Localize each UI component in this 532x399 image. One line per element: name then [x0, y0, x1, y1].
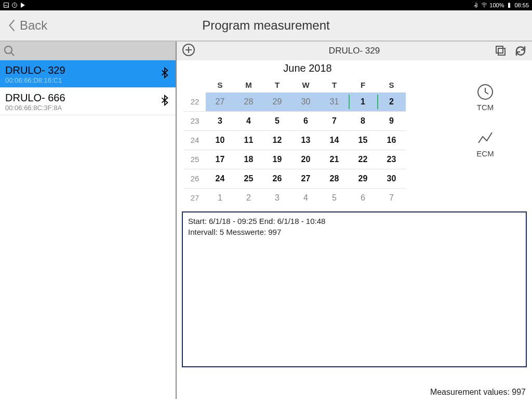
calendar-day[interactable]: 5: [263, 112, 291, 131]
calendar-week-number: 23: [184, 112, 206, 131]
plus-circle-icon: [182, 43, 195, 57]
content-area: DRULO- 329 June 2018 SMTWTFS222728293031…: [177, 42, 532, 399]
calendar-day[interactable]: 9: [377, 112, 406, 131]
calendar-day[interactable]: 5: [320, 189, 349, 207]
calendar-weekday: T: [320, 77, 349, 92]
calendar-day[interactable]: 27: [291, 169, 320, 189]
calendar-month-title: June 2018: [184, 62, 431, 74]
refresh-icon[interactable]: [514, 45, 527, 57]
calendar-day[interactable]: 8: [349, 112, 377, 131]
calendar-day[interactable]: 4: [291, 189, 320, 207]
calendar-day[interactable]: 7: [377, 189, 406, 207]
mode-buttons: TCM ECM: [438, 60, 532, 207]
search-input[interactable]: [0, 42, 176, 60]
calendar-day[interactable]: 10: [206, 131, 234, 150]
status-left: [3, 2, 26, 8]
details-line-1: Start: 6/1/18 - 09:25 End: 6/1/18 - 10:4…: [188, 217, 521, 225]
copy-icon[interactable]: [495, 45, 507, 57]
wifi-icon: [481, 2, 487, 8]
tcm-button[interactable]: TCM: [476, 83, 494, 112]
calendar-weekday: S: [377, 77, 406, 92]
calendar-day[interactable]: 7: [320, 112, 349, 131]
update-icon: [11, 2, 18, 8]
device-name: DRULO- 329: [5, 64, 170, 76]
calendar-day[interactable]: 30: [377, 169, 406, 189]
ecm-button[interactable]: ECM: [476, 129, 494, 158]
calendar-day[interactable]: 2: [377, 92, 406, 112]
bluetooth-icon: [159, 67, 170, 81]
device-name: DRULO- 666: [5, 92, 170, 104]
calendar-day[interactable]: 29: [263, 92, 291, 112]
page-title: Program measurement: [202, 18, 329, 33]
content-toolbar: DRULO- 329: [177, 42, 532, 60]
calendar-day[interactable]: 27: [206, 92, 234, 112]
measurement-details: Start: 6/1/18 - 09:25 End: 6/1/18 - 10:4…: [182, 211, 527, 367]
calendar-day[interactable]: 25: [234, 169, 263, 189]
calendar-day[interactable]: 12: [263, 131, 291, 150]
calendar-day[interactable]: 31: [320, 92, 349, 112]
calendar-day[interactable]: 1: [206, 189, 234, 207]
add-button[interactable]: [182, 43, 195, 59]
calendar-day[interactable]: 20: [291, 150, 320, 169]
calendar-day[interactable]: 23: [377, 150, 406, 169]
svg-point-1: [484, 7, 485, 8]
calendar-week-number: 27: [184, 189, 206, 207]
calendar-row: June 2018 SMTWTFS22272829303112233456789…: [177, 60, 532, 207]
calendar-day[interactable]: 19: [263, 150, 291, 169]
svg-rect-3: [509, 3, 510, 3]
main: DRULO- 32900:06:66:D8:16:C1DRULO- 66600:…: [0, 42, 532, 399]
battery-icon: [506, 2, 512, 8]
device-id: 00:06:66:D8:16:C1: [5, 76, 170, 84]
calendar-weekday: T: [263, 77, 291, 92]
calendar-weekday: M: [234, 77, 263, 92]
calendar: June 2018 SMTWTFS22272829303112233456789…: [177, 60, 438, 207]
image-icon: [3, 2, 9, 8]
calendar-day[interactable]: 18: [234, 150, 263, 169]
calendar-day[interactable]: 13: [291, 131, 320, 150]
calendar-day[interactable]: 28: [320, 169, 349, 189]
back-button[interactable]: Back: [0, 18, 47, 33]
calendar-week-number: 24: [184, 131, 206, 150]
calendar-day[interactable]: 14: [320, 131, 349, 150]
calendar-day[interactable]: 24: [206, 169, 234, 189]
back-label: Back: [20, 18, 47, 33]
calendar-weekday: W: [291, 77, 320, 92]
device-item[interactable]: DRULO- 66600:06:66:8C:3F:8A: [0, 88, 176, 115]
calendar-day[interactable]: 6: [349, 189, 377, 207]
bluetooth-icon: [473, 2, 479, 8]
chart-line-icon: [476, 129, 494, 147]
calendar-week-number: 25: [184, 150, 206, 169]
calendar-day[interactable]: 26: [263, 169, 291, 189]
clock-text: 08:55: [514, 2, 529, 8]
calendar-day[interactable]: 29: [349, 169, 377, 189]
svg-point-4: [5, 46, 12, 54]
svg-rect-2: [508, 3, 510, 8]
calendar-weekday: F: [349, 77, 377, 92]
calendar-day[interactable]: 11: [234, 131, 263, 150]
svg-rect-7: [496, 46, 503, 53]
calendar-day[interactable]: 3: [206, 112, 234, 131]
calendar-day[interactable]: 17: [206, 150, 234, 169]
calendar-day[interactable]: 22: [349, 150, 377, 169]
device-id: 00:06:66:8C:3F:8A: [5, 104, 170, 112]
measurement-values-footer: Measurement values: 997: [430, 388, 526, 397]
calendar-day[interactable]: 1: [349, 92, 377, 112]
calendar-day[interactable]: 4: [234, 112, 263, 131]
calendar-day[interactable]: 21: [320, 150, 349, 169]
clock-icon: [476, 83, 494, 101]
device-item[interactable]: DRULO- 32900:06:66:D8:16:C1: [0, 60, 176, 88]
bluetooth-icon: [159, 95, 170, 108]
calendar-day[interactable]: 30: [291, 92, 320, 112]
battery-text: 100%: [489, 2, 504, 8]
calendar-day[interactable]: 28: [234, 92, 263, 112]
calendar-day[interactable]: 3: [263, 189, 291, 207]
calendar-day[interactable]: 6: [291, 112, 320, 131]
selected-device-title: DRULO- 329: [329, 46, 380, 56]
ecm-label: ECM: [476, 149, 494, 158]
calendar-day[interactable]: 16: [377, 131, 406, 150]
calendar-day[interactable]: 2: [234, 189, 263, 207]
calendar-day[interactable]: 15: [349, 131, 377, 150]
status-right: 100% 08:55: [473, 2, 529, 8]
search-icon: [3, 45, 16, 57]
tcm-label: TCM: [477, 103, 494, 112]
